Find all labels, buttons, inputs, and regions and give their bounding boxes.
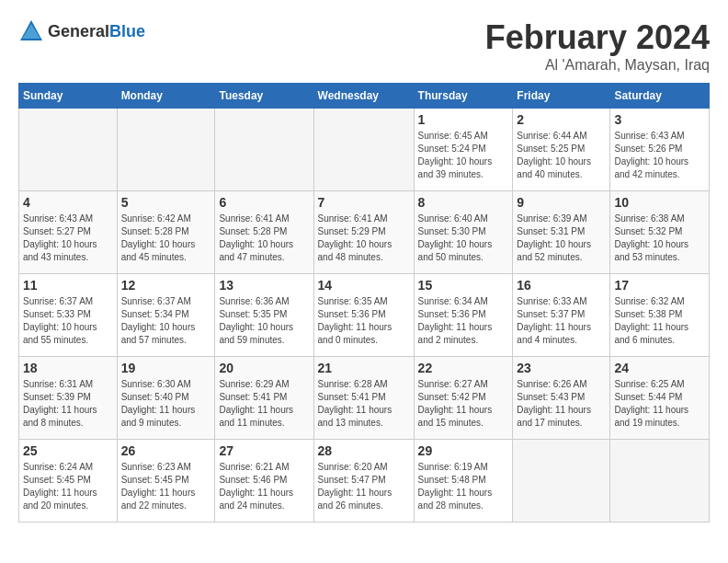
calendar-cell: 10Sunrise: 6:38 AMSunset: 5:32 PMDayligh… <box>610 191 710 274</box>
day-info: Sunrise: 6:29 AMSunset: 5:41 PMDaylight:… <box>219 378 309 430</box>
calendar-cell <box>513 440 610 523</box>
day-number: 16 <box>517 278 606 293</box>
day-info: Sunrise: 6:30 AMSunset: 5:40 PMDaylight:… <box>121 378 211 430</box>
day-number: 20 <box>219 361 309 375</box>
day-info: Sunrise: 6:45 AMSunset: 5:24 PMDaylight:… <box>418 130 509 181</box>
day-info: Sunrise: 6:43 AMSunset: 5:26 PMDaylight:… <box>614 130 705 181</box>
weekday-header: Saturday <box>610 84 710 109</box>
day-info: Sunrise: 6:20 AMSunset: 5:47 PMDaylight:… <box>318 461 410 512</box>
calendar-cell: 3Sunrise: 6:43 AMSunset: 5:26 PMDaylight… <box>610 109 710 191</box>
day-info: Sunrise: 6:33 AMSunset: 5:37 PMDaylight:… <box>517 295 606 347</box>
day-info: Sunrise: 6:31 AMSunset: 5:39 PMDaylight:… <box>23 378 113 430</box>
weekday-header: Tuesday <box>215 84 313 109</box>
day-number: 15 <box>418 278 509 293</box>
calendar-cell <box>19 109 118 191</box>
day-number: 23 <box>517 361 606 375</box>
calendar-cell: 23Sunrise: 6:26 AMSunset: 5:43 PMDayligh… <box>513 357 610 440</box>
calendar-week-row: 1Sunrise: 6:45 AMSunset: 5:24 PMDaylight… <box>19 109 710 191</box>
day-info: Sunrise: 6:21 AMSunset: 5:46 PMDaylight:… <box>219 461 309 512</box>
day-info: Sunrise: 6:27 AMSunset: 5:42 PMDaylight:… <box>418 378 509 430</box>
day-number: 11 <box>23 278 113 293</box>
day-info: Sunrise: 6:38 AMSunset: 5:32 PMDaylight:… <box>614 213 705 264</box>
logo: GeneralBlue <box>18 18 145 44</box>
day-number: 21 <box>318 361 410 375</box>
day-number: 25 <box>23 443 113 458</box>
day-number: 14 <box>318 278 410 293</box>
calendar-cell: 16Sunrise: 6:33 AMSunset: 5:37 PMDayligh… <box>513 274 610 357</box>
day-number: 29 <box>418 443 509 458</box>
calendar-cell: 27Sunrise: 6:21 AMSunset: 5:46 PMDayligh… <box>215 440 313 523</box>
day-number: 13 <box>219 278 309 293</box>
day-number: 5 <box>121 195 211 210</box>
day-number: 12 <box>121 278 211 293</box>
calendar-cell: 21Sunrise: 6:28 AMSunset: 5:41 PMDayligh… <box>313 357 414 440</box>
calendar-cell: 19Sunrise: 6:30 AMSunset: 5:40 PMDayligh… <box>117 357 215 440</box>
calendar-cell: 22Sunrise: 6:27 AMSunset: 5:42 PMDayligh… <box>414 357 513 440</box>
weekday-header: Friday <box>513 84 610 109</box>
calendar-week-row: 11Sunrise: 6:37 AMSunset: 5:33 PMDayligh… <box>19 274 710 357</box>
weekday-header: Thursday <box>414 84 513 109</box>
page-header: GeneralBlue February 2024 Al 'Amarah, Ma… <box>18 18 710 74</box>
day-number: 1 <box>418 112 509 127</box>
calendar-table: SundayMondayTuesdayWednesdayThursdayFrid… <box>18 83 710 523</box>
svg-marker-1 <box>22 24 40 39</box>
calendar-cell <box>117 109 215 191</box>
weekday-header: Monday <box>117 84 215 109</box>
day-info: Sunrise: 6:25 AMSunset: 5:44 PMDaylight:… <box>614 378 705 430</box>
calendar-cell <box>610 440 710 523</box>
day-info: Sunrise: 6:23 AMSunset: 5:45 PMDaylight:… <box>121 461 211 512</box>
day-info: Sunrise: 6:39 AMSunset: 5:31 PMDaylight:… <box>517 213 606 264</box>
day-info: Sunrise: 6:35 AMSunset: 5:36 PMDaylight:… <box>318 295 410 347</box>
calendar-cell: 13Sunrise: 6:36 AMSunset: 5:35 PMDayligh… <box>215 274 313 357</box>
day-info: Sunrise: 6:40 AMSunset: 5:30 PMDaylight:… <box>418 213 509 264</box>
day-info: Sunrise: 6:37 AMSunset: 5:34 PMDaylight:… <box>121 295 211 347</box>
day-number: 26 <box>121 443 211 458</box>
day-info: Sunrise: 6:43 AMSunset: 5:27 PMDaylight:… <box>23 213 113 264</box>
day-info: Sunrise: 6:32 AMSunset: 5:38 PMDaylight:… <box>614 295 705 347</box>
day-number: 28 <box>318 443 410 458</box>
calendar-cell: 5Sunrise: 6:42 AMSunset: 5:28 PMDaylight… <box>117 191 215 274</box>
weekday-header: Sunday <box>19 84 118 109</box>
calendar-cell: 4Sunrise: 6:43 AMSunset: 5:27 PMDaylight… <box>19 191 118 274</box>
day-number: 3 <box>614 112 705 127</box>
day-number: 2 <box>517 112 606 127</box>
calendar-cell: 18Sunrise: 6:31 AMSunset: 5:39 PMDayligh… <box>19 357 118 440</box>
calendar-cell: 6Sunrise: 6:41 AMSunset: 5:28 PMDaylight… <box>215 191 313 274</box>
logo-general-text: General <box>48 22 109 40</box>
calendar-cell: 29Sunrise: 6:19 AMSunset: 5:48 PMDayligh… <box>414 440 513 523</box>
calendar-cell: 17Sunrise: 6:32 AMSunset: 5:38 PMDayligh… <box>610 274 710 357</box>
day-info: Sunrise: 6:42 AMSunset: 5:28 PMDaylight:… <box>121 213 211 264</box>
day-number: 6 <box>219 195 309 210</box>
calendar-cell: 26Sunrise: 6:23 AMSunset: 5:45 PMDayligh… <box>117 440 215 523</box>
day-info: Sunrise: 6:41 AMSunset: 5:28 PMDaylight:… <box>219 213 309 264</box>
logo-icon <box>18 18 44 44</box>
day-number: 24 <box>614 361 705 375</box>
calendar-cell: 24Sunrise: 6:25 AMSunset: 5:44 PMDayligh… <box>610 357 710 440</box>
day-number: 9 <box>517 195 606 210</box>
day-info: Sunrise: 6:41 AMSunset: 5:29 PMDaylight:… <box>318 213 410 264</box>
calendar-cell: 1Sunrise: 6:45 AMSunset: 5:24 PMDaylight… <box>414 109 513 191</box>
calendar-week-row: 18Sunrise: 6:31 AMSunset: 5:39 PMDayligh… <box>19 357 710 440</box>
calendar-cell: 9Sunrise: 6:39 AMSunset: 5:31 PMDaylight… <box>513 191 610 274</box>
calendar-cell: 28Sunrise: 6:20 AMSunset: 5:47 PMDayligh… <box>313 440 414 523</box>
month-title: February 2024 <box>485 18 710 57</box>
day-info: Sunrise: 6:37 AMSunset: 5:33 PMDaylight:… <box>23 295 113 347</box>
day-number: 10 <box>614 195 705 210</box>
calendar-cell <box>215 109 313 191</box>
day-info: Sunrise: 6:44 AMSunset: 5:25 PMDaylight:… <box>517 130 606 181</box>
title-area: February 2024 Al 'Amarah, Maysan, Iraq <box>485 18 710 74</box>
day-number: 22 <box>418 361 509 375</box>
calendar-cell: 11Sunrise: 6:37 AMSunset: 5:33 PMDayligh… <box>19 274 118 357</box>
day-number: 17 <box>614 278 705 293</box>
calendar-cell: 20Sunrise: 6:29 AMSunset: 5:41 PMDayligh… <box>215 357 313 440</box>
calendar-cell: 15Sunrise: 6:34 AMSunset: 5:36 PMDayligh… <box>414 274 513 357</box>
day-number: 7 <box>318 195 410 210</box>
calendar-cell: 14Sunrise: 6:35 AMSunset: 5:36 PMDayligh… <box>313 274 414 357</box>
calendar-cell: 25Sunrise: 6:24 AMSunset: 5:45 PMDayligh… <box>19 440 118 523</box>
logo-blue-text: Blue <box>109 22 145 40</box>
day-info: Sunrise: 6:34 AMSunset: 5:36 PMDaylight:… <box>418 295 509 347</box>
weekday-header-row: SundayMondayTuesdayWednesdayThursdayFrid… <box>19 84 710 109</box>
weekday-header: Wednesday <box>313 84 414 109</box>
day-number: 8 <box>418 195 509 210</box>
calendar-cell: 12Sunrise: 6:37 AMSunset: 5:34 PMDayligh… <box>117 274 215 357</box>
